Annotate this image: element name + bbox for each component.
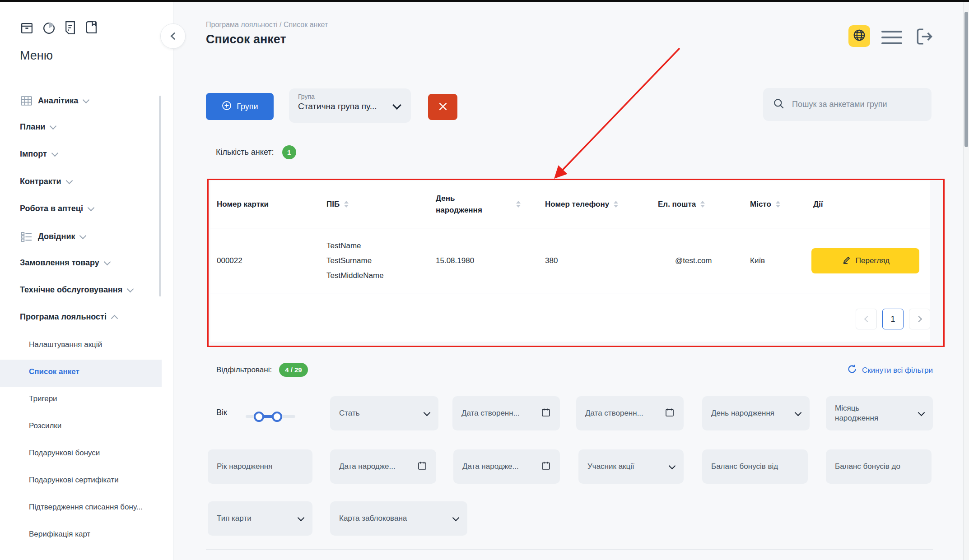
slider-handle-min[interactable] (254, 412, 264, 422)
document-icon[interactable] (64, 21, 76, 35)
page-scrollbar[interactable] (963, 2, 969, 560)
sidebar-menu-heading: Меню (20, 49, 53, 63)
filter-birth-date-from[interactable]: Дата народже... (330, 449, 436, 484)
filter-card-blocked-select[interactable]: Карта заблокована (330, 501, 467, 536)
chevron-down-icon (104, 259, 111, 266)
logout-icon[interactable] (913, 26, 934, 49)
column-header-city[interactable]: Місто (744, 200, 807, 209)
filter-bonus-balance-from-input[interactable]: Баланс бонусів від (702, 449, 808, 484)
group-select[interactable]: Група Статична група пу... (289, 88, 411, 123)
column-header-actions: Дії (807, 200, 930, 209)
sidebar-collapse-button[interactable] (160, 23, 186, 49)
sidebar-item-directory[interactable]: Довідник (20, 231, 85, 242)
language-globe-button[interactable] (848, 25, 870, 47)
sidebar-item-label: Програма лояльності (20, 312, 107, 322)
reset-filters-label: Скинути всі фільтри (862, 366, 933, 375)
chevron-down-icon (88, 204, 95, 212)
filter-birth-month-select[interactable]: Місяць народження (826, 396, 933, 430)
filtered-badge: 4 / 29 (279, 363, 308, 377)
sidebar-item-contracts[interactable]: Контракти (20, 177, 72, 186)
sort-icon[interactable] (344, 201, 349, 208)
sort-icon[interactable] (700, 201, 705, 208)
chevron-down-icon (127, 286, 134, 293)
sort-icon[interactable] (776, 201, 780, 208)
filter-birth-year-input[interactable]: Рік народження (208, 449, 312, 484)
sidebar-item-label: Довідник (38, 232, 75, 241)
filter-birth-date-to[interactable]: Дата народже... (453, 449, 560, 484)
plus-circle-icon (221, 100, 232, 113)
clear-group-button[interactable] (428, 94, 457, 120)
cell-city: Київ (744, 256, 807, 265)
sidebar-item-import[interactable]: Імпорт (20, 149, 57, 159)
sidebar-item-plans[interactable]: Плани (20, 122, 56, 132)
group-select-label: Група (298, 93, 402, 100)
grid-icon (20, 95, 33, 106)
slider-handle-max[interactable] (272, 412, 282, 422)
sidebar-subitem-writeoff-confirmation[interactable]: Підтвердження списання бону... (29, 503, 143, 512)
sidebar-item-label: Імпорт (20, 149, 47, 159)
book-icon[interactable] (84, 21, 98, 35)
sidebar-item-pharmacy-work[interactable]: Робота в аптеці (20, 204, 93, 213)
breadcrumb: Програма лояльності / Список анкет (206, 21, 328, 29)
chevron-down-icon (669, 462, 676, 469)
sidebar-subitem-gift-bonuses[interactable]: Подарункові бонуси (29, 449, 100, 458)
sidebar-scrollbar[interactable] (159, 96, 161, 296)
chevron-down-icon (51, 150, 58, 157)
calendar-icon (417, 461, 427, 473)
chevron-down-icon (79, 232, 87, 240)
sidebar-item-label: Замовлення товару (20, 258, 99, 268)
sidebar-item-label: Плани (20, 122, 45, 132)
sidebar-item-label: Аналітика (38, 96, 78, 106)
column-header-full-name[interactable]: ПІБ (320, 200, 429, 209)
groups-button[interactable]: Групи (206, 93, 274, 120)
sidebar-subitem-triggers[interactable]: Тригери (29, 394, 57, 403)
menu-icon[interactable] (881, 31, 902, 48)
chevron-down-icon (65, 177, 73, 185)
counter-label: Кількість анкет: (216, 148, 274, 157)
annotation-arrow (542, 43, 691, 187)
search-box[interactable] (763, 88, 932, 121)
sidebar: Меню Аналітика Плани Імпорт Контракти Ро… (0, 2, 173, 560)
scrollbar-thumb[interactable] (964, 12, 968, 147)
column-header-phone[interactable]: Номер телефону (539, 200, 652, 209)
bottom-divider (206, 549, 933, 550)
sidebar-subitem-card-verification[interactable]: Верифікація карт (29, 530, 90, 539)
reset-filters-link[interactable]: Скинути всі фільтри (847, 364, 933, 377)
sidebar-subitem-mailings[interactable]: Розсилки (29, 421, 61, 430)
chevron-down-icon (83, 97, 90, 104)
filter-promo-participant-select[interactable]: Учасник акції (578, 449, 684, 484)
table-header-row: Номер картки ПІБ День народження Номер т… (210, 180, 930, 228)
column-header-email[interactable]: Ел. пошта (652, 200, 744, 209)
calendar-icon (665, 407, 675, 420)
sidebar-subitem-promo-settings[interactable]: Налаштування акцій (29, 340, 102, 349)
sidebar-item-maintenance[interactable]: Технічне обслуговування (20, 285, 133, 295)
calendar-icon (541, 407, 551, 420)
pagination-page-1[interactable]: 1 (882, 309, 904, 329)
pagination: 1 (856, 309, 930, 329)
page: Меню Аналітика Плани Імпорт Контракти Ро… (0, 0, 969, 560)
sidebar-subitem-questionnaire-list[interactable]: Список анкет (29, 367, 79, 376)
filter-gender-select[interactable]: Стать (330, 396, 438, 430)
filter-created-date-to[interactable]: Дата створенн... (576, 396, 684, 430)
pagination-next-button[interactable] (909, 309, 930, 329)
pie-chart-icon[interactable] (42, 21, 56, 35)
column-header-birth-date[interactable]: День народження (429, 193, 539, 216)
sidebar-item-goods-order[interactable]: Замовлення товару (20, 258, 110, 268)
archive-box-icon[interactable] (20, 21, 34, 35)
age-range-slider[interactable] (246, 412, 295, 421)
search-input[interactable] (791, 99, 922, 110)
sidebar-subitem-gift-certificates[interactable]: Подарункові сертифікати (29, 476, 119, 485)
sort-icon[interactable] (516, 201, 521, 208)
cell-card-number: 000022 (210, 256, 320, 265)
sidebar-shortcuts (20, 21, 98, 35)
filter-created-date-from[interactable]: Дата створенн... (452, 396, 560, 430)
search-icon (773, 98, 785, 111)
filter-birth-day-select[interactable]: День народження (702, 396, 810, 430)
sidebar-item-analytics[interactable]: Аналітика (20, 95, 89, 106)
sidebar-item-loyalty-program[interactable]: Програма лояльності (20, 312, 117, 322)
view-button[interactable]: Перегляд (811, 248, 919, 273)
filter-bonus-balance-to-input[interactable]: Баланс бонусів до (826, 449, 932, 484)
filter-card-type-select[interactable]: Тип карти (208, 501, 312, 536)
sort-icon[interactable] (614, 201, 618, 208)
pagination-prev-button[interactable] (856, 309, 877, 329)
